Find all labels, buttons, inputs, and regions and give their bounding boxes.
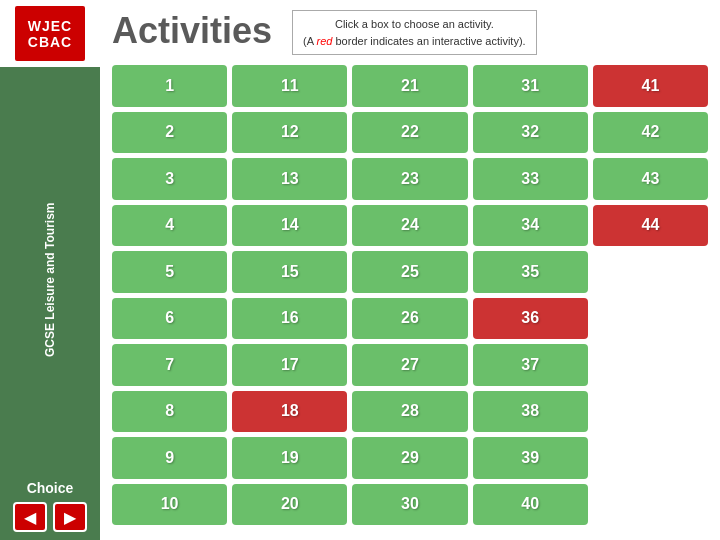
activity-cell-15[interactable]: 15: [232, 251, 347, 293]
choice-area: Choice ◀ ▶: [0, 472, 100, 540]
activity-cell-34[interactable]: 34: [473, 205, 588, 247]
activity-cell-21[interactable]: 21: [352, 65, 467, 107]
activity-cell-9[interactable]: 9: [112, 437, 227, 479]
activity-cell-7[interactable]: 7: [112, 344, 227, 386]
activity-cell-42[interactable]: 42: [593, 112, 708, 154]
activity-cell-: [593, 391, 708, 433]
activity-cell-38[interactable]: 38: [473, 391, 588, 433]
activity-cell-5[interactable]: 5: [112, 251, 227, 293]
main-content: Activities Click a box to choose an acti…: [100, 0, 720, 540]
sidebar-subject-label: GCSE Leisure and Tourism: [43, 87, 57, 472]
activity-cell-33[interactable]: 33: [473, 158, 588, 200]
activity-cell-32[interactable]: 32: [473, 112, 588, 154]
activity-cell-22[interactable]: 22: [352, 112, 467, 154]
logo-box: WJEC CBAC: [15, 6, 85, 61]
activity-cell-24[interactable]: 24: [352, 205, 467, 247]
activity-cell-41[interactable]: 41: [593, 65, 708, 107]
instruction-red: red: [317, 35, 333, 47]
activity-cell-6[interactable]: 6: [112, 298, 227, 340]
activity-cell-: [593, 484, 708, 526]
activity-cell-11[interactable]: 11: [232, 65, 347, 107]
activity-cell-31[interactable]: 31: [473, 65, 588, 107]
logo-wjec: WJEC: [28, 18, 72, 34]
activity-cell-3[interactable]: 3: [112, 158, 227, 200]
activity-cell-2[interactable]: 2: [112, 112, 227, 154]
activity-cell-1[interactable]: 1: [112, 65, 227, 107]
nav-back-button[interactable]: ◀: [13, 502, 47, 532]
choice-label: Choice: [27, 480, 74, 496]
activity-cell-14[interactable]: 14: [232, 205, 347, 247]
instruction-suffix: border indicates an interactive activity…: [332, 35, 525, 47]
activity-cell-25[interactable]: 25: [352, 251, 467, 293]
sidebar: WJEC CBAC GCSE Leisure and Tourism Choic…: [0, 0, 100, 540]
activity-cell-37[interactable]: 37: [473, 344, 588, 386]
activity-cell-17[interactable]: 17: [232, 344, 347, 386]
activity-cell-30[interactable]: 30: [352, 484, 467, 526]
activity-cell-19[interactable]: 19: [232, 437, 347, 479]
instruction-prefix: (A: [303, 35, 316, 47]
activity-cell-10[interactable]: 10: [112, 484, 227, 526]
activity-cell-28[interactable]: 28: [352, 391, 467, 433]
header: Activities Click a box to choose an acti…: [112, 10, 708, 55]
activity-cell-36[interactable]: 36: [473, 298, 588, 340]
activity-cell-: [593, 437, 708, 479]
activity-cell-43[interactable]: 43: [593, 158, 708, 200]
logo-area: WJEC CBAC: [0, 0, 100, 67]
logo-cbac: CBAC: [28, 34, 72, 50]
activity-cell-26[interactable]: 26: [352, 298, 467, 340]
activity-cell-18[interactable]: 18: [232, 391, 347, 433]
instructions-box: Click a box to choose an activity. (A re…: [292, 10, 537, 55]
activity-cell-16[interactable]: 16: [232, 298, 347, 340]
activity-cell-35[interactable]: 35: [473, 251, 588, 293]
activity-cell-39[interactable]: 39: [473, 437, 588, 479]
activity-cell-: [593, 344, 708, 386]
activity-cell-23[interactable]: 23: [352, 158, 467, 200]
activity-cell-: [593, 298, 708, 340]
activity-cell-20[interactable]: 20: [232, 484, 347, 526]
activity-cell-27[interactable]: 27: [352, 344, 467, 386]
page-title: Activities: [112, 10, 272, 52]
activity-cell-40[interactable]: 40: [473, 484, 588, 526]
activity-grid: 1112131412122232423132333434142434445152…: [112, 65, 708, 525]
activity-cell-13[interactable]: 13: [232, 158, 347, 200]
nav-buttons: ◀ ▶: [13, 502, 87, 532]
activity-cell-: [593, 251, 708, 293]
activity-cell-4[interactable]: 4: [112, 205, 227, 247]
instruction-line1: Click a box to choose an activity.: [335, 18, 494, 30]
activity-cell-29[interactable]: 29: [352, 437, 467, 479]
nav-forward-button[interactable]: ▶: [53, 502, 87, 532]
activity-cell-8[interactable]: 8: [112, 391, 227, 433]
activity-cell-12[interactable]: 12: [232, 112, 347, 154]
activity-cell-44[interactable]: 44: [593, 205, 708, 247]
